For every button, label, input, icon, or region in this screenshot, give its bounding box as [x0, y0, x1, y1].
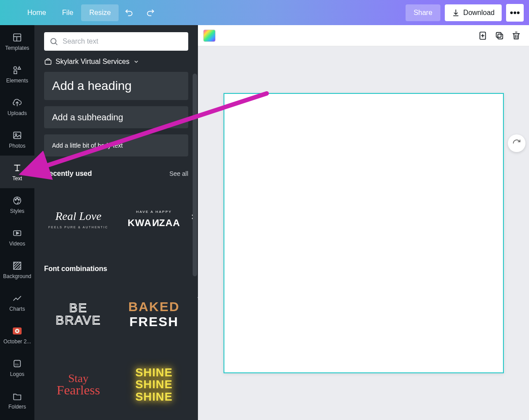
folders-icon [11, 390, 23, 402]
sidebar-item-photos[interactable]: Photos [0, 123, 34, 156]
svg-rect-35 [498, 34, 503, 39]
brand-icon [44, 58, 52, 66]
brand-name: Skylark Virtual Services [56, 58, 130, 66]
templates-icon [11, 32, 23, 43]
font-combo-baked-fresh[interactable]: BAKED FRESH [120, 279, 189, 349]
add-heading-button[interactable]: Add a heading [44, 72, 188, 100]
canvas-page[interactable] [224, 93, 504, 373]
sidebar-item-text[interactable]: Text [0, 156, 34, 188]
sidebar-item-templates[interactable]: Templates [0, 25, 34, 58]
svg-line-20 [14, 262, 18, 267]
canvas-toolbar [198, 25, 529, 46]
sidebar-item-label: Templates [5, 45, 30, 51]
photos-icon [11, 130, 23, 141]
duplicate-page-button[interactable] [492, 28, 507, 43]
home-button[interactable]: Home [19, 4, 54, 21]
folder-image-icon [11, 325, 23, 337]
logos-icon: co. [11, 358, 23, 369]
recently-used-title: Recently used [44, 170, 92, 178]
delete-page-button[interactable] [509, 28, 524, 43]
font-combinations-title: Font combinations [44, 265, 107, 273]
elements-icon [11, 64, 23, 76]
more-menu-button[interactable]: ••• [506, 4, 524, 22]
share-button[interactable]: Share [406, 4, 440, 21]
uploads-icon [11, 97, 23, 108]
add-subheading-button[interactable]: Add a subheading [44, 106, 188, 128]
svg-line-22 [16, 264, 21, 269]
svg-line-23 [19, 267, 21, 270]
svg-point-13 [15, 199, 16, 201]
scrollbar-thumb[interactable] [193, 74, 197, 276]
sidebar-item-logos[interactable]: co. Logos [0, 351, 34, 384]
color-swatch-button[interactable] [203, 30, 216, 42]
svg-point-3 [14, 67, 16, 69]
back-button[interactable] [4, 5, 19, 21]
file-menu[interactable]: File [54, 4, 82, 21]
sidebar-item-label: Folders [8, 404, 26, 410]
search-field[interactable] [44, 32, 188, 51]
sidebar-item-label: Videos [9, 241, 25, 247]
sidebar-item-label: Background [3, 273, 31, 279]
svg-line-30 [56, 43, 57, 45]
svg-rect-31 [45, 60, 51, 64]
recent-text-card-real-love[interactable]: Real Love FEELS PURE & AUTHENTIC [44, 184, 113, 254]
undo-button[interactable] [119, 4, 140, 22]
font-combo-shine[interactable]: SHINE SHINE SHINE [120, 349, 189, 420]
recent-text-card-kwanzaa[interactable]: HAVE A HAPPY KWANZAA [120, 184, 189, 254]
sidebar-item-elements[interactable]: Elements [0, 58, 34, 90]
add-page-button[interactable] [475, 28, 490, 43]
sidebar-item-label: Text [12, 175, 22, 182]
brand-selector[interactable]: Skylark Virtual Services [34, 51, 198, 66]
sidebar-item-label: Styles [10, 208, 25, 214]
sidebar-item-label: Photos [9, 143, 25, 149]
chevron-down-icon [133, 59, 139, 65]
more-icon: ••• [510, 7, 520, 19]
sidebar-item-uploads[interactable]: Uploads [0, 90, 34, 123]
svg-rect-5 [14, 71, 17, 74]
sidebar-item-folders[interactable]: Folders [0, 384, 34, 416]
sidebar-item-label: Uploads [7, 110, 27, 116]
svg-rect-36 [496, 32, 501, 37]
search-input[interactable] [63, 37, 183, 45]
svg-point-26 [16, 330, 18, 332]
font-combo-stay-fearless[interactable]: Stay Fearless [44, 349, 113, 420]
svg-point-15 [18, 199, 19, 201]
svg-marker-4 [18, 67, 20, 69]
svg-text:co.: co. [15, 362, 19, 366]
sidebar-item-label: Charts [9, 306, 25, 312]
search-icon [49, 37, 58, 46]
sidebar-item-charts[interactable]: Charts [0, 286, 34, 319]
svg-point-8 [15, 134, 17, 135]
see-all-link[interactable]: See all [169, 170, 188, 177]
svg-point-14 [17, 198, 18, 199]
add-body-text-button[interactable]: Add a little bit of body text [44, 134, 188, 156]
svg-marker-17 [16, 232, 19, 234]
svg-rect-0 [14, 34, 21, 41]
left-icon-rail: Templates Elements Uploads Photos Text [0, 25, 34, 420]
resize-menu[interactable]: Resize [81, 4, 119, 21]
sidebar-item-label: Elements [6, 78, 28, 84]
sidebar-item-october-folder[interactable]: October 2... [0, 319, 34, 351]
sidebar-item-styles[interactable]: Styles [0, 188, 34, 221]
videos-icon [11, 227, 23, 239]
download-button[interactable]: Download [445, 4, 502, 21]
sidebar-item-label: October 2... [4, 338, 31, 345]
download-icon [452, 9, 460, 17]
redo-button[interactable] [140, 4, 161, 22]
sidebar-item-videos[interactable]: Videos [0, 221, 34, 253]
top-bar: Home File Resize Share Download ••• [0, 0, 529, 25]
text-panel: Skylark Virtual Services Add a heading A… [34, 25, 198, 420]
charts-icon [11, 293, 23, 304]
sidebar-item-background[interactable]: Background [0, 253, 34, 286]
svg-rect-7 [14, 132, 21, 139]
download-label: Download [463, 9, 495, 17]
font-combo-be-brave[interactable]: BE BRAVE [44, 279, 113, 349]
background-icon [11, 260, 23, 271]
text-icon [11, 162, 23, 174]
canvas-area [198, 25, 529, 420]
regenerate-button[interactable] [508, 134, 525, 152]
panel-scrollbar[interactable] [193, 74, 197, 420]
sidebar-item-label: Logos [10, 371, 25, 377]
styles-icon [11, 195, 23, 206]
